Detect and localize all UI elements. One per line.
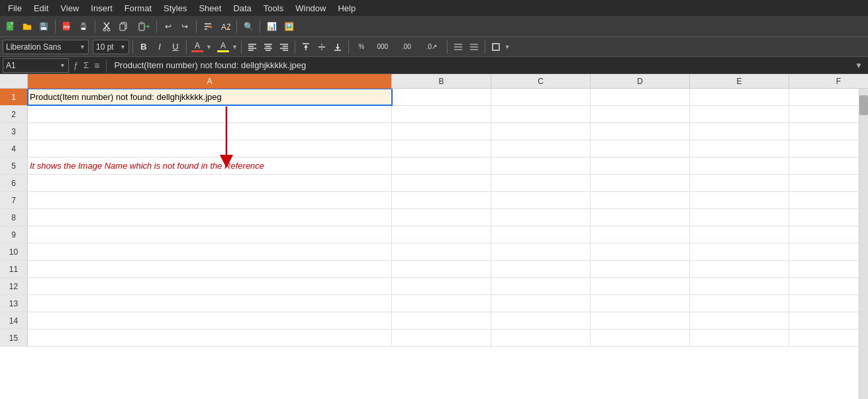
decimal-dec-button[interactable]: .0↗: [420, 40, 444, 54]
border-box-button[interactable]: [489, 40, 503, 54]
indent-button[interactable]: [451, 40, 465, 54]
cell-e8[interactable]: [690, 209, 789, 226]
sort-asc-button[interactable]: [200, 19, 216, 34]
cell-a4[interactable]: [28, 140, 392, 157]
cell-c10[interactable]: [491, 244, 591, 260]
menu-tools[interactable]: Tools: [258, 2, 289, 15]
cell-c13[interactable]: [491, 295, 591, 312]
menu-window[interactable]: Window: [290, 2, 331, 15]
cell-e9[interactable]: [690, 226, 789, 243]
cell-f7[interactable]: [789, 192, 868, 208]
cell-e5[interactable]: [690, 157, 789, 174]
cell-c1[interactable]: [491, 89, 591, 105]
cell-c4[interactable]: [491, 140, 591, 157]
new-button[interactable]: +: [3, 19, 19, 34]
valign-top-button[interactable]: [299, 40, 313, 54]
cell-c11[interactable]: [491, 261, 591, 277]
cell-e12[interactable]: [690, 278, 789, 294]
cell-a11[interactable]: [28, 261, 392, 277]
cell-a7[interactable]: [28, 192, 392, 208]
menu-styles[interactable]: Styles: [158, 2, 192, 15]
cell-a12[interactable]: [28, 278, 392, 294]
cell-f8[interactable]: [789, 209, 868, 226]
cell-d3[interactable]: [591, 123, 690, 140]
cell-d6[interactable]: [591, 175, 690, 191]
row-num-6[interactable]: 6: [0, 175, 28, 191]
cell-b5[interactable]: [392, 157, 491, 174]
font-color-button[interactable]: A: [190, 41, 205, 52]
cell-c6[interactable]: [491, 175, 591, 191]
row-num-11[interactable]: 11: [0, 261, 28, 277]
cell-f2[interactable]: [789, 106, 868, 122]
valign-middle-button[interactable]: [314, 40, 329, 54]
decimal-inc-button[interactable]: .00: [395, 40, 418, 54]
cell-f4[interactable]: [789, 140, 868, 157]
cell-d7[interactable]: [591, 192, 690, 208]
cell-c14[interactable]: [491, 312, 591, 329]
cell-a8[interactable]: [28, 209, 392, 226]
cell-e10[interactable]: [690, 244, 789, 260]
cell-d13[interactable]: [591, 295, 690, 312]
highlight-dropdown[interactable]: ▼: [232, 44, 238, 50]
cell-d12[interactable]: [591, 278, 690, 294]
cell-a15[interactable]: [28, 330, 392, 346]
paste-button[interactable]: [132, 19, 153, 34]
cell-d11[interactable]: [591, 261, 690, 277]
cell-d5[interactable]: [591, 157, 690, 174]
cell-b4[interactable]: [392, 140, 491, 157]
cell-f15[interactable]: [789, 330, 868, 346]
save-button[interactable]: [36, 19, 52, 34]
print-button[interactable]: [75, 19, 91, 34]
cell-e7[interactable]: [690, 192, 789, 208]
cell-d9[interactable]: [591, 226, 690, 243]
row-num-8[interactable]: 8: [0, 209, 28, 226]
cell-a13[interactable]: [28, 295, 392, 312]
sort-desc-button[interactable]: AZ: [217, 19, 233, 34]
cell-b7[interactable]: [392, 192, 491, 208]
font-color-dropdown[interactable]: ▼: [206, 44, 212, 50]
percent-button[interactable]: 000: [372, 40, 393, 54]
cell-d15[interactable]: [591, 330, 690, 346]
formula-input[interactable]: [111, 60, 849, 70]
cell-d2[interactable]: [591, 106, 690, 122]
cell-f9[interactable]: [789, 226, 868, 243]
cell-b13[interactable]: [392, 295, 491, 312]
row-num-7[interactable]: 7: [0, 192, 28, 208]
cell-b3[interactable]: [392, 123, 491, 140]
image-button[interactable]: 🖼️: [281, 19, 297, 34]
cell-e14[interactable]: [690, 312, 789, 329]
cell-f14[interactable]: [789, 312, 868, 329]
pdf-button[interactable]: PDF: [59, 19, 75, 34]
cell-f12[interactable]: [789, 278, 868, 294]
chart-button[interactable]: 📊: [264, 19, 279, 34]
cell-d8[interactable]: [591, 209, 690, 226]
cell-b15[interactable]: [392, 330, 491, 346]
cell-f3[interactable]: [789, 123, 868, 140]
cell-d1[interactable]: [591, 89, 690, 105]
font-name-select[interactable]: Liberation Sans ▼: [3, 40, 89, 54]
cell-e1[interactable]: [690, 89, 789, 105]
redo-button[interactable]: ↪: [177, 19, 193, 34]
cell-f13[interactable]: [789, 295, 868, 312]
cell-e6[interactable]: [690, 175, 789, 191]
currency-button[interactable]: %: [352, 40, 371, 54]
cell-c9[interactable]: [491, 226, 591, 243]
cell-a3[interactable]: [28, 123, 392, 140]
copy-button[interactable]: [115, 19, 131, 34]
italic-button[interactable]: I: [152, 40, 167, 54]
cell-f11[interactable]: [789, 261, 868, 277]
row-num-9[interactable]: 9: [0, 226, 28, 243]
cell-e4[interactable]: [690, 140, 789, 157]
menu-view[interactable]: View: [55, 2, 84, 15]
cell-e13[interactable]: [690, 295, 789, 312]
align-left-button[interactable]: [245, 40, 260, 54]
col-header-c[interactable]: C: [491, 74, 591, 89]
row-num-3[interactable]: 3: [0, 123, 28, 140]
name-box[interactable]: A1 ▼: [3, 58, 69, 73]
cell-d4[interactable]: [591, 140, 690, 157]
cell-b6[interactable]: [392, 175, 491, 191]
row-num-14[interactable]: 14: [0, 312, 28, 329]
cell-b11[interactable]: [392, 261, 491, 277]
scrollbar-thumb[interactable]: [859, 95, 868, 115]
row-num-13[interactable]: 13: [0, 295, 28, 312]
